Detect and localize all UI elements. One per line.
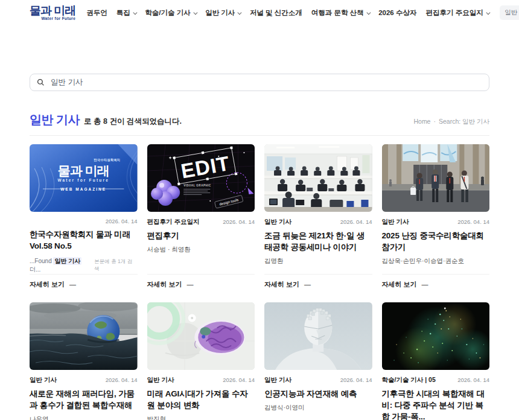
chevron-down-icon (238, 10, 241, 14)
card-date: 2026. 04. 14 (340, 377, 372, 383)
breadcrumb-current: Search: 일반 기사 (439, 118, 489, 126)
svg-text:VISUAL GRAPHIC: VISUAL GRAPHIC (183, 184, 211, 187)
article-card: EDIT VISUAL GRAPHIC (147, 144, 255, 289)
article-card: 일반 기사 2026. 04. 14 인공지능과 자연재해 예측 김병식·이영미… (264, 302, 372, 420)
read-more-link[interactable]: 자세히 보기 — (264, 274, 372, 289)
article-card: 일반 기사 2026. 04. 14 조금 뒤늦은 제21차 한·일 생태공학 … (264, 144, 372, 289)
card-category: 학술/기술 기사 | 05 (382, 376, 436, 384)
article-card: 일반 기사 2026. 04. 14 새로운 재해의 패러다임, 가뭄과 홍수가… (30, 302, 138, 420)
nav-item-general-articles[interactable]: 일반 기사 (205, 8, 241, 18)
search-icon (37, 78, 45, 86)
main-nav: 권두언 특집 학술/기술 기사 일반 기사 저널 및 신간소개 여행과 문학 산… (86, 8, 489, 18)
card-thumbnail-group-photo[interactable] (382, 144, 490, 212)
card-title[interactable]: 미래 AGI시대가 가져올 수자원 분야의 변화 (147, 389, 255, 412)
results-header: 일반 기사 로 총 8 건이 검색되었습니다. Home · Search: 일… (30, 112, 489, 136)
dash-icon: — (187, 281, 194, 288)
svg-text:물과 미래: 물과 미래 (58, 164, 109, 177)
nav-item-journal[interactable]: 저널 및 신간소개 (250, 8, 302, 18)
match-count-note: 본문에 총 1개 검색 (94, 258, 137, 273)
chevron-down-icon (133, 10, 137, 14)
breadcrumb: Home · Search: 일반 기사 (413, 118, 489, 126)
chevron-down-icon (366, 10, 370, 14)
article-card: 학술/기술 기사 | 05 2026. 04. 14 기후극한 시대의 복합재해… (382, 302, 490, 420)
nav-item-special[interactable]: 특집 (116, 8, 136, 18)
svg-text:WEB MAGAZINE: WEB MAGAZINE (60, 187, 106, 191)
dash-icon: — (69, 281, 76, 288)
page-search-box[interactable] (30, 74, 489, 91)
search-term: 일반 기사 (30, 112, 80, 128)
read-more-link[interactable]: 자세히 보기 — (147, 274, 255, 289)
card-title[interactable]: 한국수자원학회지 물과 미래 Vol.58 No.5 (30, 229, 138, 252)
card-thumbnail-ai-head[interactable] (264, 302, 372, 370)
card-thumbnail-brain-illustration[interactable] (147, 302, 255, 370)
svg-text:한국수자원학회지: 한국수자원학회지 (94, 158, 120, 162)
dash-icon: — (422, 281, 428, 288)
card-thumbnail-edit-poster[interactable]: EDIT VISUAL GRAPHIC (147, 144, 255, 212)
card-thumbnail-particle-burst[interactable] (382, 302, 490, 370)
page-search-section (30, 74, 489, 91)
site-logo[interactable]: 물과 미래 Water for Future (30, 5, 75, 21)
card-category: 편집후기 주요일지 (147, 218, 200, 226)
card-author: 나우영 (30, 415, 138, 420)
dash-icon: — (304, 281, 311, 288)
card-date: 2026. 04. 14 (457, 377, 489, 383)
card-author: 김상욱·손민우·이승엽·권순호 (382, 257, 490, 266)
card-author: 김명환 (264, 257, 372, 266)
chevron-down-icon (486, 10, 489, 14)
card-category: 일반 기사 (264, 218, 291, 226)
article-card: 일반 기사 2026. 04. 14 미래 AGI시대가 가져올 수자원 분야의… (147, 302, 255, 420)
card-thumbnail-magazine-cover[interactable]: 한국수자원학회지 물과 미래 Water for Future WEB MAGA… (30, 144, 138, 212)
chevron-down-icon (193, 10, 197, 14)
article-card: 일반 기사 2026. 04. 14 2025 난징 중국수리학술대회 참가기 … (382, 144, 490, 289)
nav-item-tech-articles[interactable]: 학술/기술 기사 (145, 8, 196, 18)
nav-item-foreword[interactable]: 권두언 (86, 8, 107, 18)
read-more-link[interactable]: 자세히 보기 — (30, 274, 138, 289)
card-title[interactable]: 인공지능과 자연재해 예측 (264, 389, 372, 400)
nav-item-awards[interactable]: 2026 수상자 (378, 8, 416, 18)
logo-tagline: Water for Future (30, 17, 75, 21)
article-card: 한국수자원학회지 물과 미래 Water for Future WEB MAGA… (30, 144, 138, 289)
read-more-link[interactable]: 자세히 보기 — (382, 274, 490, 289)
card-category: 일반 기사 (382, 218, 409, 226)
card-title[interactable]: 조금 뒤늦은 제21차 한·일 생태공학 공동세미나 이야기 (264, 231, 372, 253)
header-search (500, 5, 519, 20)
logo-text: 물과 미래 (30, 5, 75, 16)
card-date: 2026. 04. 14 (106, 218, 138, 224)
card-category: 일반 기사 (264, 376, 291, 384)
card-title[interactable]: 2025 난징 중국수리학술대회 참가기 (382, 231, 490, 253)
card-title[interactable]: 기후극한 시대의 복합재해 대비: 다중 주파수 분석 기반 복합 가뭄-폭..… (382, 389, 490, 420)
top-header: 물과 미래 Water for Future 권두언 특집 학술/기술 기사 일… (0, 0, 519, 25)
card-author: 김병식·이영미 (264, 404, 372, 412)
card-date: 2026. 04. 14 (340, 218, 372, 225)
card-thumbnail-seminar-photo[interactable] (264, 144, 372, 212)
card-date: 2026. 04. 14 (106, 377, 138, 383)
results-summary: 로 총 8 건이 검색되었습니다. (84, 116, 182, 127)
card-date: 2026. 04. 14 (223, 377, 255, 383)
card-thumbnail-earth-ocean[interactable] (30, 302, 138, 370)
page-search-input[interactable] (51, 78, 482, 87)
search-snippet: ...Found 일반 기사 더... (30, 257, 94, 274)
svg-text:Water for Future: Water for Future (57, 178, 109, 182)
card-author: 박진혁 (147, 415, 255, 420)
card-title[interactable]: 편집후기 (147, 231, 255, 242)
snippet-highlight: 일반 기사 (53, 257, 81, 265)
card-date: 2026. 04. 14 (457, 218, 489, 225)
card-title[interactable]: 새로운 재해의 패러다임, 가뭄과 홍수가 결합된 복합수재해 (30, 389, 138, 412)
card-category: 일반 기사 (30, 376, 57, 384)
card-category: 일반 기사 (147, 376, 174, 384)
card-author: 서승범 · 최영환 (147, 246, 255, 254)
nav-item-travel[interactable]: 여행과 문학 산책 (311, 8, 369, 18)
breadcrumb-separator: · (433, 118, 436, 126)
header-search-input[interactable] (500, 5, 519, 20)
results-grid: 한국수자원학회지 물과 미래 Water for Future WEB MAGA… (30, 144, 489, 420)
nav-item-editorial-log[interactable]: 편집후기 주요일지 (425, 8, 489, 18)
card-date: 2026. 04. 14 (223, 218, 255, 225)
breadcrumb-home[interactable]: Home (413, 118, 430, 126)
